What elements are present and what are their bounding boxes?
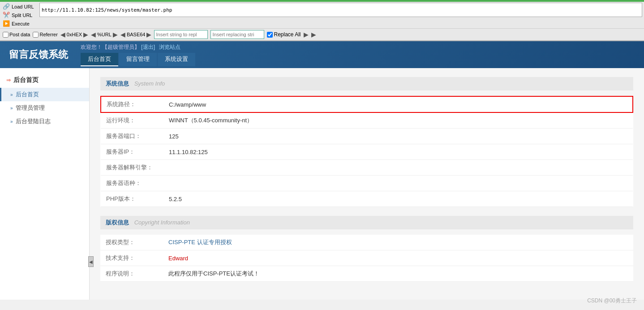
load-url-label: Load URL xyxy=(12,4,34,9)
post-data-checkbox[interactable] xyxy=(3,32,9,38)
sidebar-item-log-label: 后台登陆日志 xyxy=(16,117,51,125)
sidebar-arrow-icon: ⇒ xyxy=(6,77,11,83)
insert-string-input[interactable] xyxy=(154,30,208,39)
sidebar-item-admin-label: 管理员管理 xyxy=(16,104,45,112)
execute-label: Execute xyxy=(12,21,30,26)
execute-icon: ▶️ xyxy=(3,20,10,27)
table-row-port: 服务器端口： 125 xyxy=(101,129,633,144)
label-support: 技术支持： xyxy=(100,250,163,266)
label-ip: 服务器IP： xyxy=(101,144,163,160)
table-row-ip: 服务器IP： 11.1.10.82:125 xyxy=(101,144,633,160)
logout-link[interactable]: [退出] xyxy=(141,44,155,50)
nav-tab-settings[interactable]: 系统设置 xyxy=(158,53,195,66)
split-url-button[interactable]: ✂️ Split URL xyxy=(2,11,38,19)
sidebar-item-admin[interactable]: » 管理员管理 xyxy=(0,101,89,115)
insert-replacing-input[interactable] xyxy=(210,30,264,39)
label-port: 服务器端口： xyxy=(101,129,163,144)
content-wrapper: ⇒ 后台首页 » 后台首页 » 管理员管理 » 后台登陆日志 ◀ 系统信息 xyxy=(0,68,644,300)
table-row-support: 技术支持： Edward xyxy=(100,250,633,266)
value-ip: 11.1.10.82:125 xyxy=(163,144,633,160)
label-engine: 服务器解释引擎： xyxy=(101,160,163,176)
label-env: 运行环境： xyxy=(101,112,163,129)
system-info-title-en: System Info xyxy=(134,80,165,87)
split-url-label: Split URL xyxy=(12,13,32,18)
header-welcome: 欢迎您！【超级管理员】 [退出] 浏览站点 xyxy=(81,43,635,51)
value-engine xyxy=(163,160,633,176)
label-php: PHP版本： xyxy=(101,191,163,207)
copyright-table: 授权类型： CISP-PTE 认证专用授权 技术支持： Edward 程序说明： xyxy=(100,235,633,282)
dot-icon-log: » xyxy=(10,119,13,124)
sidebar-section-title: ⇒ 后台首页 xyxy=(0,73,89,88)
header-nav: 欢迎您！【超级管理员】 [退出] 浏览站点 后台首页 留言管理 系统设置 xyxy=(72,43,635,66)
label-path: 系统路径： xyxy=(101,96,163,112)
url-input[interactable] xyxy=(39,3,642,17)
post-data-label: Post data xyxy=(9,32,30,37)
main-content: 系统信息 System Info 系统路径： C:/wamp/www 运行环境：… xyxy=(90,68,644,300)
nav-tabs: 后台首页 留言管理 系统设置 xyxy=(81,53,635,66)
referrer-checkbox[interactable] xyxy=(33,32,39,38)
value-env: WINNT（5.0.45-community-nt） xyxy=(163,112,633,129)
table-row-env: 运行环境： WINNT（5.0.45-community-nt） xyxy=(101,112,633,129)
copyright-section-header: 版权信息 Copyright Information xyxy=(100,216,633,229)
replace-all-checkbox-group: Replace All xyxy=(267,31,301,38)
value-php: 5.2.5 xyxy=(163,191,633,207)
table-row-lang: 服务器语种： xyxy=(101,176,633,191)
dot-icon-dashboard: » xyxy=(10,92,13,97)
split-url-icon: ✂️ xyxy=(3,12,10,18)
table-row-php: PHP版本： 5.2.5 xyxy=(101,191,633,207)
sidebar: ⇒ 后台首页 » 后台首页 » 管理员管理 » 后台登陆日志 xyxy=(0,68,90,300)
sidebar-item-dashboard-label: 后台首页 xyxy=(16,90,39,99)
toolbar-row2: Post data Referrer ◀ 0xHEX ▶ ◀ %URL ▶ ◀ … xyxy=(0,29,644,41)
base64-group: ◀ BASE64 ▶ xyxy=(120,31,152,38)
welcome-text: 欢迎您！【超级管理员】 xyxy=(81,44,140,50)
arrow-left-1: ◀ xyxy=(60,31,65,38)
value-license: CISP-PTE 认证专用授权 xyxy=(163,235,633,250)
arrow-left-3: ◀ xyxy=(120,31,125,38)
support-link[interactable]: Edward xyxy=(168,255,188,262)
url-area xyxy=(39,3,642,17)
copyright-title-en: Copyright Information xyxy=(134,219,190,226)
value-path: C:/wamp/www xyxy=(163,96,633,112)
arrow-right-5: ▶ xyxy=(311,31,316,38)
arrow-right-3: ▶ xyxy=(146,31,151,38)
load-url-icon: 🔗 xyxy=(3,3,10,10)
nav-tab-messages[interactable]: 留言管理 xyxy=(119,53,157,66)
system-info-table: 系统路径： C:/wamp/www 运行环境： WINNT（5.0.45-com… xyxy=(100,96,633,207)
sidebar-title-text: 后台首页 xyxy=(13,76,39,84)
toolbar-left: 🔗 Load URL ✂️ Split URL ▶️ Execute xyxy=(2,3,38,27)
sidebar-toggle[interactable]: ◀ xyxy=(88,256,94,267)
system-info-section-header: 系统信息 System Info xyxy=(100,77,633,90)
system-info-title-zh: 系统信息 xyxy=(106,80,129,87)
sidebar-item-dashboard[interactable]: » 后台首页 xyxy=(0,88,89,101)
execute-button[interactable]: ▶️ Execute xyxy=(2,20,38,27)
value-support: Edward xyxy=(163,250,633,266)
replace-all-label: Replace All xyxy=(274,31,301,38)
hex-label: 0xHEX xyxy=(67,32,82,37)
value-lang xyxy=(163,176,633,191)
value-desc: 此程序仅用于CISP-PTE认证考试！ xyxy=(163,266,633,282)
post-data-checkbox-group: Post data xyxy=(3,32,30,38)
referrer-label: Referrer xyxy=(39,32,57,37)
arrow-right-2: ▶ xyxy=(113,31,118,38)
replace-all-checkbox[interactable] xyxy=(267,32,273,38)
nav-tab-dashboard[interactable]: 后台首页 xyxy=(81,53,118,66)
toolbar-row1: 🔗 Load URL ✂️ Split URL ▶️ Execute xyxy=(0,2,644,29)
hex-group: ◀ 0xHEX ▶ xyxy=(60,31,88,38)
dot-icon-admin: » xyxy=(10,106,13,111)
label-lang: 服务器语种： xyxy=(101,176,163,191)
table-row-license: 授权类型： CISP-PTE 认证专用授权 xyxy=(100,235,633,250)
arrow-right-1: ▶ xyxy=(83,31,88,38)
browse-link[interactable]: 浏览站点 xyxy=(159,44,180,50)
table-row-desc: 程序说明： 此程序仅用于CISP-PTE认证考试！ xyxy=(100,266,633,282)
arrow-left-2: ◀ xyxy=(91,31,96,38)
load-url-button[interactable]: 🔗 Load URL xyxy=(2,3,38,10)
copyright-title-zh: 版权信息 xyxy=(106,219,129,226)
table-row-path: 系统路径： C:/wamp/www xyxy=(101,96,633,112)
sidebar-item-log[interactable]: » 后台登陆日志 xyxy=(0,115,89,128)
xurl-label: %URL xyxy=(97,32,112,37)
license-link[interactable]: CISP-PTE 认证专用授权 xyxy=(168,239,232,245)
label-desc: 程序说明： xyxy=(100,266,163,282)
table-row-engine: 服务器解释引擎： xyxy=(101,160,633,176)
header: 留言反馈系统 欢迎您！【超级管理员】 [退出] 浏览站点 后台首页 留言管理 系… xyxy=(0,41,644,68)
referrer-checkbox-group: Referrer xyxy=(33,32,57,38)
